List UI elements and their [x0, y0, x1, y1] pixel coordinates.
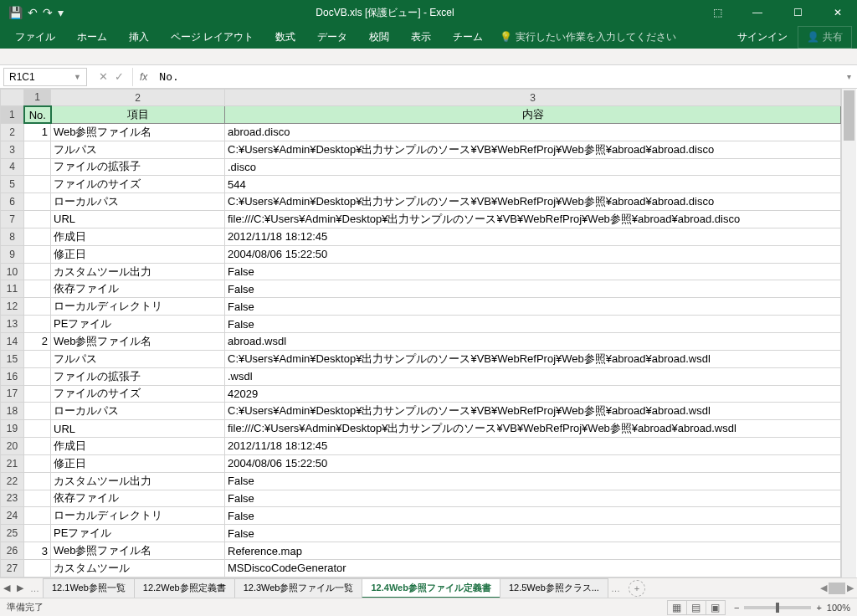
cell-no[interactable]: 1 — [24, 123, 51, 141]
cell-no[interactable] — [24, 559, 51, 577]
cell-content[interactable]: 2004/08/06 15:22:50 — [225, 245, 841, 263]
select-all-corner[interactable] — [1, 90, 24, 106]
cell-content[interactable]: False — [225, 316, 841, 333]
cell-content[interactable]: C:¥Users¥Admin¥Desktop¥出力サンプルのソース¥VB¥Web… — [225, 141, 841, 158]
row-header[interactable]: 26 — [1, 542, 24, 560]
zoom-out-button[interactable]: − — [734, 603, 739, 613]
row-header[interactable]: 7 — [1, 211, 24, 228]
sheet-tab[interactable]: 12.1Web参照一覧 — [43, 578, 135, 598]
formula-expand-icon[interactable]: ▾ — [840, 72, 857, 81]
cell-no[interactable] — [24, 263, 51, 280]
row-header[interactable]: 13 — [1, 316, 24, 333]
zoom-percent[interactable]: 100% — [827, 603, 850, 613]
cell-item[interactable]: フルパス — [51, 141, 225, 158]
cell-content[interactable]: C:¥Users¥Admin¥Desktop¥出力サンプルのソース¥VB¥Web… — [225, 403, 841, 420]
cell-no[interactable] — [24, 280, 51, 298]
cell-content[interactable]: False — [225, 525, 841, 542]
cell-content[interactable]: abroad.wsdl — [225, 332, 841, 350]
cancel-icon[interactable]: ✕ — [99, 70, 108, 83]
cell-content[interactable]: 2012/11/18 18:12:45 — [225, 228, 841, 245]
formula-input[interactable]: No. — [154, 70, 840, 83]
row-header[interactable]: 8 — [1, 228, 24, 245]
tab-data[interactable]: データ — [307, 27, 357, 48]
row-header[interactable]: 24 — [1, 507, 24, 525]
tab-nav-prev-icon[interactable]: ◀ — [0, 583, 13, 593]
view-normal-icon[interactable]: ▦ — [667, 600, 687, 615]
cell-item[interactable]: ファイルのサイズ — [51, 385, 225, 403]
row-header[interactable]: 27 — [1, 559, 24, 577]
view-page-layout-icon[interactable]: ▤ — [686, 600, 706, 615]
cell-content[interactable]: False — [225, 263, 841, 280]
fx-icon[interactable]: fx — [133, 71, 154, 83]
row-header[interactable]: 17 — [1, 385, 24, 403]
add-sheet-button[interactable]: + — [629, 580, 645, 597]
cell-item[interactable]: 依存ファイル — [51, 490, 225, 507]
row-header[interactable]: 20 — [1, 438, 24, 455]
enter-icon[interactable]: ✓ — [115, 70, 124, 83]
cell-item[interactable]: 修正日 — [51, 454, 225, 472]
row-header[interactable]: 23 — [1, 490, 24, 507]
tab-page-layout[interactable]: ページ レイアウト — [161, 27, 264, 48]
cell-content[interactable]: Reference.map — [225, 542, 841, 560]
cell-no[interactable] — [24, 525, 51, 542]
cell-item[interactable]: URL — [51, 420, 225, 438]
cell-no[interactable]: 3 — [24, 542, 51, 560]
cell-item[interactable]: ファイルの拡張子 — [51, 158, 225, 176]
row-header[interactable]: 25 — [1, 525, 24, 542]
cell-no[interactable] — [24, 454, 51, 472]
cell-content[interactable]: 2012/11/18 18:12:45 — [225, 438, 841, 455]
cell-item[interactable]: ローカルパス — [51, 403, 225, 420]
cell-item[interactable]: Web参照ファイル名 — [51, 123, 225, 141]
cell-content[interactable]: abroad.disco — [225, 123, 841, 141]
cell-item[interactable]: Web参照ファイル名 — [51, 332, 225, 350]
tab-insert[interactable]: 挿入 — [119, 27, 159, 48]
cell-no[interactable] — [24, 490, 51, 507]
cell-item[interactable]: カスタムツール出力 — [51, 263, 225, 280]
tab-home[interactable]: ホーム — [67, 27, 117, 48]
row-header[interactable]: 3 — [1, 141, 24, 158]
sheet-tab[interactable]: 12.3Web参照ファイル一覧 — [234, 578, 363, 598]
share-button[interactable]: 👤 共有 — [798, 26, 852, 49]
row-header[interactable]: 9 — [1, 245, 24, 263]
row-header[interactable]: 2 — [1, 123, 24, 141]
hscroll-left-icon[interactable]: ◀ — [820, 583, 827, 593]
cell-item[interactable]: ローカルディレクトリ — [51, 507, 225, 525]
tab-file[interactable]: ファイル — [5, 27, 65, 48]
cell-content[interactable]: C:¥Users¥Admin¥Desktop¥出力サンプルのソース¥VB¥Web… — [225, 193, 841, 211]
view-page-break-icon[interactable]: ▣ — [706, 600, 726, 615]
cell-content[interactable]: .wsdl — [225, 367, 841, 385]
cell-item[interactable]: ローカルディレクトリ — [51, 298, 225, 316]
row-header[interactable]: 12 — [1, 298, 24, 316]
cell-no[interactable] — [24, 438, 51, 455]
cell-content[interactable]: False — [225, 507, 841, 525]
vertical-scrollbar[interactable] — [841, 89, 856, 578]
name-box[interactable]: R1C1 ▼ — [3, 68, 87, 86]
cell-item[interactable]: フルパス — [51, 350, 225, 367]
cell-content[interactable]: MSDiscoCodeGenerator — [225, 559, 841, 577]
cell-no[interactable] — [24, 158, 51, 176]
tab-formulas[interactable]: 数式 — [265, 27, 305, 48]
cell-item[interactable]: ローカルパス — [51, 193, 225, 211]
cell-item[interactable]: URL — [51, 211, 225, 228]
cell-no[interactable] — [24, 141, 51, 158]
row-header[interactable]: 16 — [1, 367, 24, 385]
row-header[interactable]: 6 — [1, 193, 24, 211]
cell-content[interactable]: False — [225, 298, 841, 316]
zoom-in-button[interactable]: + — [816, 603, 821, 613]
sheet-tab[interactable]: 12.4Web参照ファイル定義書 — [362, 578, 500, 598]
cell-no[interactable]: 2 — [24, 332, 51, 350]
qat-more-icon[interactable]: ▾ — [58, 6, 64, 19]
cell-no[interactable] — [24, 403, 51, 420]
tab-overflow-left[interactable]: … — [27, 583, 43, 593]
cell-no[interactable] — [24, 316, 51, 333]
sheet-tab[interactable]: 12.5Web参照クラス... — [500, 578, 608, 598]
cell-content[interactable]: C:¥Users¥Admin¥Desktop¥出力サンプルのソース¥VB¥Web… — [225, 350, 841, 367]
sign-in-link[interactable]: サインイン — [729, 27, 796, 48]
row-header[interactable]: 21 — [1, 454, 24, 472]
cell-no[interactable] — [24, 385, 51, 403]
cell-content[interactable]: 2004/08/06 15:22:50 — [225, 454, 841, 472]
row-header[interactable]: 15 — [1, 350, 24, 367]
cell-no[interactable] — [24, 507, 51, 525]
cell-item[interactable]: PEファイル — [51, 316, 225, 333]
zoom-slider-thumb[interactable] — [776, 603, 779, 613]
